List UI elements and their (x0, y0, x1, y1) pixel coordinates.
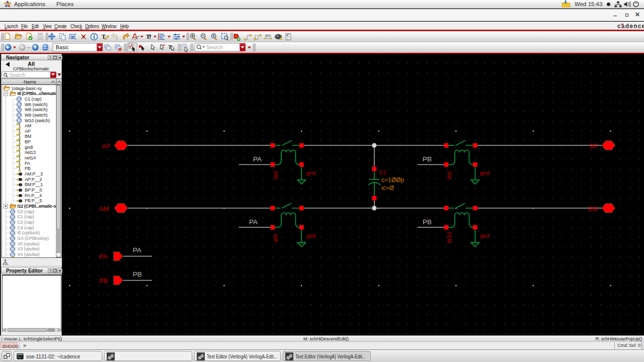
svg-text:Search: Search (206, 44, 223, 50)
svg-text:sw: sw (11, 243, 14, 245)
svg-text:PB: PB (423, 155, 432, 163)
svg-text:sw: sw (18, 99, 21, 101)
svg-text:C1: C1 (379, 169, 386, 175)
svg-text:PA: PA (99, 253, 108, 260)
svg-text:sw: sw (11, 254, 14, 256)
svg-text:BP: BP (589, 142, 598, 150)
svg-text:c=1ØØp: c=1ØØp (381, 176, 404, 184)
svg-text:sw: sw (11, 227, 14, 230)
svg-text:AM: AM (99, 205, 109, 213)
svg-text:sw: sw (11, 248, 14, 251)
svg-text:W6: W6 (446, 171, 452, 180)
svg-text:sw: sw (18, 104, 21, 106)
svg-text:PB: PB (423, 218, 432, 226)
svg-text:abc: abc (265, 33, 271, 38)
svg-text:sw: sw (18, 109, 21, 112)
svg-text:W10: W10 (446, 232, 452, 243)
svg-text:W9: W9 (273, 234, 279, 243)
svg-text:sw: sw (11, 232, 14, 235)
svg-text:sw: sw (11, 216, 14, 219)
svg-text:PA: PA (249, 218, 258, 226)
svg-text:M: M (71, 35, 74, 39)
svg-text:sw: sw (11, 211, 14, 214)
svg-text:PB: PB (99, 277, 108, 285)
svg-text:sw: sw (18, 115, 21, 117)
svg-text:BM: BM (588, 205, 598, 213)
svg-text:T: T (146, 33, 150, 40)
svg-text:gnd: gnd (306, 170, 315, 176)
svg-text:gnd: gnd (480, 233, 489, 239)
svg-text:ic=Ø: ic=Ø (381, 185, 394, 192)
svg-text:sw: sw (11, 222, 14, 224)
svg-text:sw: sw (11, 238, 14, 240)
svg-text:Basic: Basic (56, 44, 69, 50)
svg-text:PA: PA (133, 246, 141, 254)
svg-text:sw: sw (18, 120, 21, 122)
svg-text:PA: PA (253, 155, 262, 163)
svg-text:gnd: gnd (306, 233, 315, 239)
svg-text:PB: PB (133, 270, 142, 278)
svg-text:AP: AP (102, 142, 110, 150)
svg-text:W8: W8 (273, 171, 279, 180)
svg-text:gnd: gnd (480, 170, 489, 176)
